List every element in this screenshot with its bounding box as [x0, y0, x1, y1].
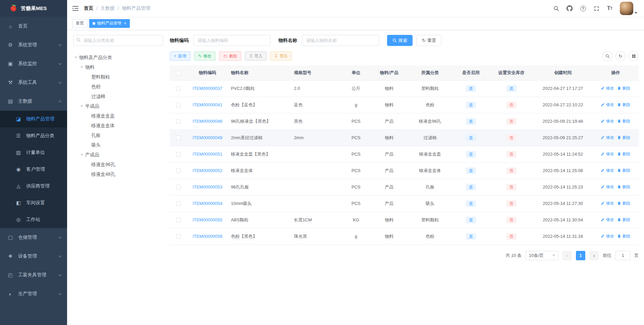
select-all-checkbox[interactable] [176, 71, 181, 75]
table-row[interactable]: ITEM00000051移液盒盒盖【黑色】PCS产品移液盒盒盖是否2022-05… [170, 146, 639, 162]
github-icon[interactable] [564, 2, 575, 14]
page-number-1[interactable]: 1 [576, 251, 585, 260]
item-code-link[interactable]: ITEM00000055 [193, 217, 222, 222]
row-checkbox[interactable] [176, 234, 181, 239]
caret-expanded-icon[interactable] [80, 154, 83, 156]
sidebar-item-customer-mgmt[interactable]: ◉客户管理 [0, 161, 67, 178]
caret-expanded-icon[interactable] [80, 66, 83, 68]
row-checkbox[interactable] [176, 201, 181, 206]
row-delete-link[interactable]: 删除 [617, 118, 630, 124]
row-edit-link[interactable]: 修改 [601, 151, 614, 157]
row-checkbox[interactable] [176, 86, 181, 91]
caret-expanded-icon[interactable] [80, 105, 83, 107]
row-delete-link[interactable]: 删除 [617, 217, 630, 223]
tree-node[interactable]: 物料及产品分类 [73, 53, 163, 62]
table-row[interactable]: ITEM0000004696孔移液盒【黑色】黑色PCS产品移液盒96孔是否202… [170, 113, 639, 129]
table-row[interactable]: ITEM0000005396孔孔板PCS产品孔板是否2022-05-14 11:… [170, 179, 639, 195]
row-edit-link[interactable]: 修改 [601, 135, 614, 141]
import-button[interactable]: ↥导入 [245, 51, 267, 61]
item-code-link[interactable]: ITEM00000051 [193, 152, 222, 157]
row-checkbox[interactable] [176, 152, 181, 157]
tree-node[interactable]: 色粉 [73, 82, 163, 92]
toggle-search-icon[interactable] [602, 51, 612, 61]
columns-icon[interactable] [629, 51, 639, 61]
reset-button[interactable]: ↻ 重置 [417, 35, 441, 46]
material-code-input[interactable] [193, 35, 270, 46]
tree-node[interactable]: 移液盒48孔 [73, 169, 163, 179]
sidebar-item-production-mgmt[interactable]: ◐生产管理 [0, 284, 67, 303]
row-edit-link[interactable]: 修改 [601, 118, 614, 124]
category-search-input[interactable] [73, 35, 163, 46]
item-code-link[interactable]: ITEM00000049 [193, 135, 222, 140]
edit-button[interactable]: ✎修改 [194, 51, 216, 61]
sidebar-item-workstation[interactable]: ◎工作站 [0, 211, 67, 228]
item-code-link[interactable]: ITEM00000053 [193, 184, 222, 189]
refresh-icon[interactable]: ↻ [615, 51, 626, 61]
search-icon[interactable] [551, 2, 561, 14]
tree-node[interactable]: 移液盒96孔 [73, 160, 163, 169]
tree-node[interactable]: 物料 [73, 62, 163, 72]
sidebar-item-fixture-mgmt[interactable]: ◰工装夹具管理 [0, 266, 67, 284]
tree-node[interactable]: 吸头 [73, 140, 163, 150]
tree-node[interactable]: 产成品 [73, 150, 163, 160]
sidebar-item-measure-unit[interactable]: ▥计量单位 [0, 144, 67, 161]
row-checkbox[interactable] [176, 168, 181, 173]
tab-home[interactable]: 首页 [72, 19, 87, 28]
row-checkbox[interactable] [176, 136, 181, 140]
material-name-input[interactable] [302, 35, 379, 46]
sidebar-item-system-tools[interactable]: ⚒系统工具 [0, 73, 67, 92]
tree-node[interactable]: 移液盒盒盖 [73, 111, 163, 121]
tree-node[interactable]: 塑料颗粒 [73, 72, 163, 82]
item-code-link[interactable]: ITEM00000037 [193, 86, 222, 91]
sidebar-item-home[interactable]: ⌂首页 [0, 17, 67, 36]
delete-button[interactable]: 🗀删除 [219, 51, 241, 61]
item-code-link[interactable]: ITEM00000041 [193, 102, 222, 107]
tab-material-product-mgmt[interactable]: 物料产品管理× [89, 19, 130, 28]
row-checkbox[interactable] [176, 218, 181, 222]
row-delete-link[interactable]: 删除 [617, 201, 630, 206]
row-edit-link[interactable]: 修改 [601, 102, 614, 108]
goto-page-input[interactable] [615, 251, 630, 260]
row-checkbox[interactable] [176, 119, 181, 124]
row-delete-link[interactable]: 删除 [617, 233, 630, 239]
item-code-link[interactable]: ITEM00000054 [193, 201, 222, 206]
search-button[interactable]: 搜索 [387, 35, 413, 46]
row-checkbox[interactable] [176, 103, 181, 107]
sidebar-item-material-product-category[interactable]: ☰物料产品分类 [0, 127, 67, 144]
item-code-link[interactable]: ITEM00000052 [193, 168, 222, 173]
add-button[interactable]: +新增 [170, 51, 191, 61]
help-icon[interactable]: ? [578, 2, 588, 14]
sidebar-item-system-admin[interactable]: ⚙系统管理 [0, 36, 67, 54]
sidebar-toggle-icon[interactable] [67, 0, 84, 17]
row-delete-link[interactable]: 删除 [617, 102, 630, 108]
close-icon[interactable]: × [124, 21, 126, 25]
font-size-icon[interactable]: TT [604, 2, 615, 14]
table-row[interactable]: ITEM00000041色粉【蓝色】蓝色g物料色粉是否2022-04-27 22… [170, 97, 639, 113]
row-edit-link[interactable]: 修改 [601, 168, 614, 173]
row-edit-link[interactable]: 修改 [601, 86, 614, 91]
sidebar-item-master-data[interactable]: ▤主数据 [0, 92, 67, 111]
fullscreen-icon[interactable] [591, 2, 602, 14]
sidebar-item-system-monitor[interactable]: ▣系统监控 [0, 54, 67, 73]
item-code-link[interactable]: ITEM00000056 [193, 234, 222, 239]
row-checkbox[interactable] [176, 185, 181, 189]
export-button[interactable]: ↧导出 [270, 51, 292, 61]
breadcrumb-item[interactable]: 首页 [84, 5, 93, 11]
row-delete-link[interactable]: 删除 [617, 168, 630, 173]
tree-node[interactable]: 孔板 [73, 130, 163, 140]
next-page-button[interactable]: › [589, 251, 599, 260]
table-row[interactable]: ITEM00000055ABS颗粒长度1CMKG物料塑料颗粒是否2022-05-… [170, 212, 639, 228]
table-row[interactable]: ITEM000000492mm直径过滤棉2mmPCS物料过滤棉是否2022-05… [170, 129, 639, 146]
tree-node[interactable]: 过滤棉 [73, 92, 163, 101]
row-edit-link[interactable]: 修改 [601, 201, 614, 206]
prev-page-button[interactable]: ‹ [562, 251, 572, 260]
sidebar-item-device-mgmt[interactable]: ❖设备管理 [0, 247, 67, 266]
table-row[interactable]: ITEM00000037PVC2.0颗粒2.0公斤物料塑料颗粒是是2022-04… [170, 80, 639, 97]
table-row[interactable]: ITEM0000005410mm吸头PCS产品吸头是否2022-05-14 11… [170, 195, 639, 212]
row-delete-link[interactable]: 删除 [617, 151, 630, 157]
table-row[interactable]: ITEM00000052移液盒盒体PCS产品移液盒盒体是否2022-05-14 … [170, 162, 639, 179]
caret-expanded-icon[interactable] [74, 57, 77, 58]
sidebar-item-warehouse-mgmt[interactable]: ▢仓储管理 [0, 228, 67, 247]
table-row[interactable]: ITEM00000056色粉【黑色】珠光黑g物料色粉是否2022-05-14 1… [170, 228, 639, 245]
row-delete-link[interactable]: 删除 [617, 135, 630, 141]
